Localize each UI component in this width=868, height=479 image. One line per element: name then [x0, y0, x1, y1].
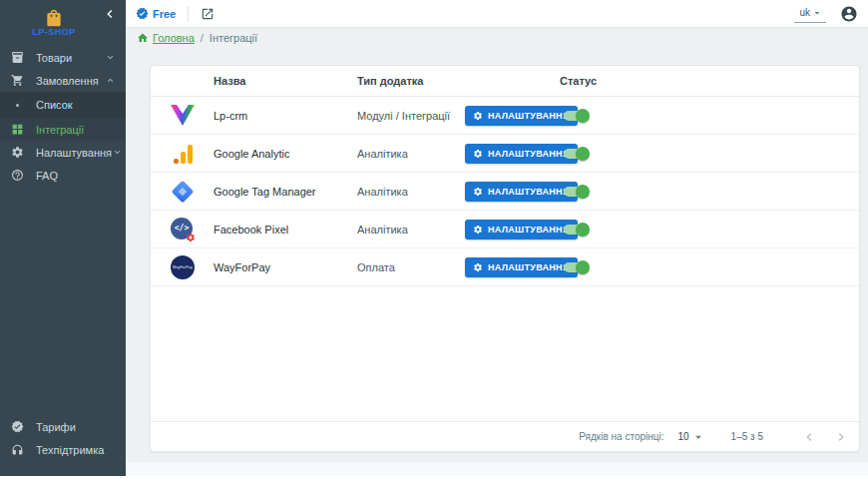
rows-per-page-select[interactable]: 10 — [677, 430, 704, 444]
breadcrumb-current: Інтеграції — [210, 32, 257, 44]
status-toggle[interactable] — [561, 146, 591, 162]
status-toggle[interactable] — [561, 259, 591, 275]
sidebar: LP-SHOP Товари Замовлення — [0, 0, 126, 476]
table-row: </> Facebook Pixel Аналітика НАЛАШТУВАНН… — [151, 211, 859, 248]
integration-type: Модулі / Інтеграції — [357, 97, 450, 134]
gear-icon — [186, 233, 196, 242]
sidebar-item-tariffs[interactable]: Тарифи — [0, 415, 126, 438]
sidebar-item-orders[interactable]: Замовлення — [0, 69, 126, 92]
breadcrumb-separator: / — [201, 32, 204, 44]
rows-per-page-label: Рядків на сторінці: — [579, 431, 663, 442]
sidebar-item-label: Інтеграції — [36, 124, 116, 136]
sidebar-item-label: Налаштування — [36, 147, 112, 159]
brand-logo[interactable]: LP-SHOP — [32, 8, 76, 37]
breadcrumb-home-label: Головна — [153, 32, 195, 44]
sidebar-item-faq[interactable]: FAQ — [0, 164, 126, 187]
sidebar-item-support[interactable]: Техпідтримка — [0, 438, 126, 461]
column-header-type: Тип додатка — [357, 66, 423, 96]
integration-name: Google Analytic — [214, 135, 289, 172]
table-row: WayForPay WayForPay Оплата НАЛАШТУВАННЯ — [151, 248, 859, 286]
topbar-divider — [188, 6, 189, 22]
integration-name: Facebook Pixel — [214, 211, 288, 247]
status-toggle[interactable] — [561, 108, 591, 124]
headset-icon — [10, 443, 24, 457]
column-header-status: Статус — [560, 66, 597, 96]
sidebar-item-list[interactable]: Список — [0, 92, 126, 118]
integration-type: Аналітика — [357, 135, 408, 172]
main-area: Free uk Головна — [126, 0, 868, 476]
integration-name: WayForPay — [214, 248, 270, 285]
chevron-down-icon — [105, 52, 116, 63]
help-icon — [10, 169, 24, 183]
gear-icon — [10, 146, 24, 160]
language-select[interactable]: uk — [794, 5, 826, 23]
status-toggle[interactable] — [561, 184, 591, 200]
breadcrumb-home-link[interactable]: Головна — [137, 32, 195, 44]
page-footer-strip — [126, 462, 868, 476]
plan-label: Free — [153, 8, 176, 20]
sidebar-item-products[interactable]: Товари — [0, 46, 126, 69]
google-analytics-logo — [167, 135, 199, 172]
chevron-down-icon — [112, 147, 123, 158]
next-page-icon[interactable] — [833, 429, 849, 445]
sidebar-header: LP-SHOP — [0, 0, 126, 44]
topbar: Free uk — [126, 0, 868, 28]
sidebar-item-label: Товари — [36, 52, 105, 64]
sidebar-item-label: Замовлення — [36, 75, 105, 87]
wayforpay-logo-text: WayForPay — [171, 255, 195, 279]
lp-crm-logo — [167, 97, 199, 134]
account-avatar-icon[interactable] — [840, 5, 858, 23]
rows-per-page-value: 10 — [677, 431, 688, 442]
integration-name: Google Tag Manager — [214, 173, 316, 210]
table-header: Назва Тип додатка Статус — [151, 66, 859, 97]
shopping-bag-icon — [44, 8, 64, 28]
settings-button-label: НАЛАШТУВАННЯ — [488, 149, 570, 159]
wayforpay-logo: WayForPay — [167, 248, 199, 285]
caret-down-icon — [691, 430, 705, 444]
integrations-card: Назва Тип додатка Статус Lp-crm Модулі /… — [150, 65, 860, 452]
facebook-pixel-logo: </> — [167, 211, 199, 247]
home-icon — [137, 32, 149, 44]
gear-icon — [473, 149, 483, 159]
gear-icon — [473, 262, 483, 272]
integration-type: Оплата — [357, 248, 395, 285]
language-code: uk — [799, 7, 810, 18]
previous-page-icon[interactable] — [801, 429, 817, 445]
table-row: Lp-crm Модулі / Інтеграції НАЛАШТУВАННЯ — [151, 97, 859, 135]
integration-name: Lp-crm — [214, 97, 247, 134]
integration-type: Аналітика — [357, 173, 408, 210]
sidebar-item-label: Список — [36, 99, 116, 111]
gear-icon — [473, 225, 483, 235]
table-row: Google Tag Manager Аналітика НАЛАШТУВАНН… — [151, 173, 859, 211]
table-row: Google Analytic Аналітика НАЛАШТУВАННЯ — [151, 135, 859, 173]
settings-button-label: НАЛАШТУВАННЯ — [488, 187, 570, 197]
chevron-up-icon — [105, 75, 116, 86]
caret-down-icon — [811, 7, 823, 19]
sidebar-collapse-icon[interactable] — [102, 6, 118, 22]
verified-badge-icon — [10, 420, 24, 434]
sidebar-item-settings[interactable]: Налаштування — [0, 141, 126, 164]
grid-icon — [10, 123, 24, 137]
app-screen: LP-SHOP Товари Замовлення — [0, 0, 868, 479]
settings-button-label: НАЛАШТУВАННЯ — [488, 262, 570, 272]
settings-button-label: НАЛАШТУВАННЯ — [488, 225, 570, 235]
integration-type: Аналітика — [357, 211, 408, 247]
brand-name: LP-SHOP — [32, 27, 76, 37]
box-icon — [10, 51, 24, 65]
verified-check-icon — [136, 7, 149, 20]
gear-icon — [473, 187, 483, 197]
sidebar-item-label: Тарифи — [36, 421, 116, 433]
gear-icon — [473, 111, 483, 121]
sidebar-menu: Товари Замовлення Список — [0, 46, 126, 187]
open-site-icon[interactable] — [201, 7, 215, 21]
sidebar-item-integrations[interactable]: Інтеграції — [0, 118, 126, 141]
sidebar-item-label: FAQ — [36, 170, 116, 182]
table-pagination: Рядків на сторінці: 10 1–5 з 5 — [151, 421, 859, 451]
bullet-icon — [16, 104, 19, 107]
breadcrumb: Головна / Інтеграції — [126, 29, 257, 47]
plan-badge[interactable]: Free — [136, 7, 176, 20]
settings-button-label: НАЛАШТУВАННЯ — [488, 111, 570, 121]
google-tag-manager-logo — [167, 173, 199, 210]
sidebar-item-label: Техпідтримка — [36, 444, 116, 456]
status-toggle[interactable] — [561, 222, 591, 238]
